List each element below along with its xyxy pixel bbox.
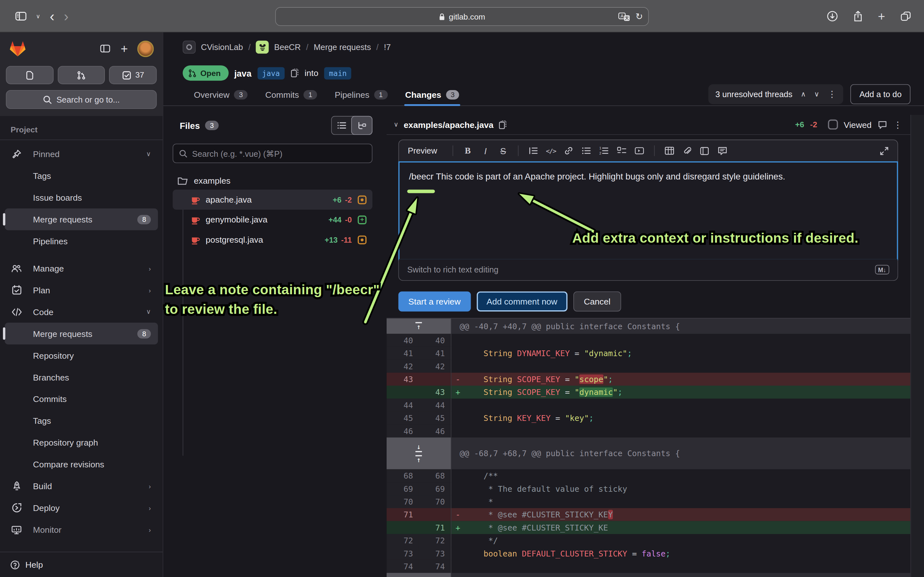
- downloads-icon[interactable]: [827, 11, 838, 22]
- collapsible-section-button[interactable]: [630, 147, 648, 155]
- breadcrumb-section[interactable]: Merge requests: [314, 42, 371, 52]
- preview-tab[interactable]: Preview: [408, 146, 437, 155]
- sidebar-item-commits[interactable]: Commits: [5, 388, 158, 410]
- diff-row[interactable]: 7373 boolean DEFAULT_CLUSTER_STICKY = fa…: [387, 547, 911, 560]
- italic-button[interactable]: I: [477, 146, 494, 156]
- sidebar-item-deploy[interactable]: Deploy›: [5, 497, 158, 519]
- sidebar-item-repository-graph[interactable]: Repository graph: [5, 432, 158, 453]
- details-block-button[interactable]: [696, 146, 714, 155]
- tab-pipelines[interactable]: Pipelines1: [334, 84, 387, 105]
- link-button[interactable]: [560, 146, 577, 155]
- merge-requests-shortcut-button[interactable]: [57, 66, 105, 84]
- scroll-rail[interactable]: [911, 115, 924, 577]
- reload-icon[interactable]: ↻: [636, 11, 643, 22]
- attach-file-button[interactable]: [678, 146, 696, 155]
- diff-row[interactable]: 7070 *: [387, 495, 911, 508]
- gitlab-logo[interactable]: [9, 40, 27, 57]
- expand-up-button[interactable]: ↑: [415, 322, 422, 331]
- breadcrumb-project[interactable]: BeeCR: [274, 42, 301, 52]
- sidebar-item-pipelines[interactable]: Pipelines: [5, 230, 158, 252]
- diff-row[interactable]: 4141 String DYNAMIC_KEY = "dynamic";: [387, 347, 911, 359]
- user-avatar[interactable]: [137, 40, 153, 57]
- sidebar-item-issue-boards[interactable]: Issue boards: [5, 187, 158, 208]
- diff-row[interactable]: 4040: [387, 334, 911, 347]
- breadcrumb-mr-ref[interactable]: !7: [384, 42, 391, 52]
- list-view-button[interactable]: [332, 117, 352, 134]
- diff-row[interactable]: 71+ * @see #CLUSTER_STICKY_KE: [387, 521, 911, 534]
- sidebar-item-manage[interactable]: Manage›: [5, 258, 158, 279]
- collapse-file-chevron-icon[interactable]: ∨: [394, 121, 399, 129]
- todos-shortcut-button[interactable]: 37: [109, 66, 157, 84]
- bold-button[interactable]: B: [459, 146, 477, 156]
- file-row-postgresql-java[interactable]: postgresql.java+13-11: [173, 229, 373, 250]
- sidebar-item-pinned[interactable]: Pinned∨: [5, 143, 158, 165]
- previous-thread-button[interactable]: ∧: [801, 90, 806, 98]
- file-search-field[interactable]: [173, 143, 373, 163]
- cancel-button[interactable]: Cancel: [573, 292, 621, 311]
- folder-row-examples[interactable]: examples: [173, 172, 373, 189]
- sidebar-panel-icon[interactable]: [15, 12, 27, 21]
- search-or-go-to[interactable]: Search or go to...: [6, 90, 157, 109]
- diff-row[interactable]: 71- * @see #CLUSTER_STICKY_KEY: [387, 508, 911, 521]
- diff-row[interactable]: 4242: [387, 359, 911, 372]
- sidebar-item-tags[interactable]: Tags: [5, 410, 158, 432]
- diff-row[interactable]: 4545 String KEY_KEY = "key";: [387, 412, 911, 424]
- threads-menu-kebab-icon[interactable]: ⋮: [827, 89, 837, 99]
- file-search-input[interactable]: [192, 149, 366, 158]
- copy-branch-icon[interactable]: [290, 68, 299, 77]
- sidebar-item-tags[interactable]: Tags: [5, 165, 158, 187]
- diff-row[interactable]: 7474: [387, 560, 911, 573]
- diff-row[interactable]: 7272 */: [387, 534, 911, 547]
- diff-row[interactable]: 4646: [387, 424, 911, 437]
- start-review-button[interactable]: Start a review: [399, 292, 471, 311]
- new-tab-icon[interactable]: +: [878, 10, 885, 23]
- diff-row[interactable]: 4444: [387, 398, 911, 411]
- file-row-apache-java[interactable]: apache.java+6-2: [173, 189, 373, 210]
- table-button[interactable]: [661, 147, 678, 155]
- code-button[interactable]: </>: [542, 147, 559, 155]
- file-options-kebab-icon[interactable]: ⋮: [893, 119, 902, 130]
- comment-bubble-icon[interactable]: [877, 120, 887, 129]
- comment-template-button[interactable]: [714, 146, 731, 155]
- diff-row[interactable]: 6868 /**: [387, 469, 911, 482]
- strikethrough-button[interactable]: S: [494, 146, 512, 156]
- share-icon[interactable]: [853, 11, 863, 22]
- tab-overview[interactable]: Overview3: [194, 84, 247, 105]
- file-row-genymobile-java[interactable]: genymobile.java+44-0+: [173, 210, 373, 229]
- sidebar-item-branches[interactable]: Branches: [5, 366, 158, 388]
- issues-shortcut-button[interactable]: [6, 66, 53, 84]
- source-branch-badge[interactable]: java: [257, 67, 284, 79]
- chevron-down-icon[interactable]: ∨: [36, 13, 40, 19]
- sidebar-item-merge-requests[interactable]: Merge requests8: [5, 323, 158, 345]
- sidebar-item-repository[interactable]: Repository: [5, 344, 158, 366]
- tab-overview-icon[interactable]: [901, 11, 911, 21]
- rich-text-toggle[interactable]: Switch to rich text editing: [407, 265, 498, 274]
- bullet-list-button[interactable]: [577, 147, 595, 155]
- task-list-button[interactable]: [613, 147, 630, 155]
- target-branch-badge[interactable]: main: [325, 67, 352, 79]
- tree-view-button[interactable]: [352, 117, 372, 134]
- forward-button[interactable]: ›: [64, 9, 69, 23]
- diff-file-path[interactable]: examples/apache.java: [404, 120, 493, 129]
- diff-row[interactable]: 43+ String SCOPE_KEY = "dynamic";: [387, 386, 911, 398]
- diff-row[interactable]: 6969 * The default value of sticky: [387, 482, 911, 495]
- sidebar-item-compare-revisions[interactable]: Compare revisions: [5, 453, 158, 475]
- create-new-icon[interactable]: +: [121, 42, 128, 55]
- sidebar-item-plan[interactable]: Plan›: [5, 279, 158, 301]
- sidebar-item-build[interactable]: Build›: [5, 475, 158, 497]
- translate-icon[interactable]: A: [619, 12, 630, 21]
- add-todo-button[interactable]: Add a to do: [851, 84, 911, 104]
- sidebar-item-help[interactable]: Help: [0, 552, 163, 577]
- viewed-checkbox[interactable]: [828, 119, 838, 129]
- sidebar-item-merge-requests[interactable]: Merge requests8: [5, 208, 158, 230]
- diff-row[interactable]: 43- String SCOPE_KEY = "scope";: [387, 373, 911, 386]
- sidebar-item-code[interactable]: Code∨: [5, 301, 158, 323]
- expand-down-button[interactable]: ↓: [415, 443, 422, 452]
- expand-up-button[interactable]: ↑: [415, 455, 422, 464]
- tab-commits[interactable]: Commits1: [265, 84, 317, 105]
- add-comment-now-button[interactable]: Add comment now: [477, 292, 567, 311]
- back-button[interactable]: ‹: [50, 9, 55, 23]
- address-bar[interactable]: gitlab.com A ↻: [275, 7, 649, 26]
- numbered-list-button[interactable]: 12: [595, 147, 613, 155]
- fullscreen-button[interactable]: [880, 146, 889, 155]
